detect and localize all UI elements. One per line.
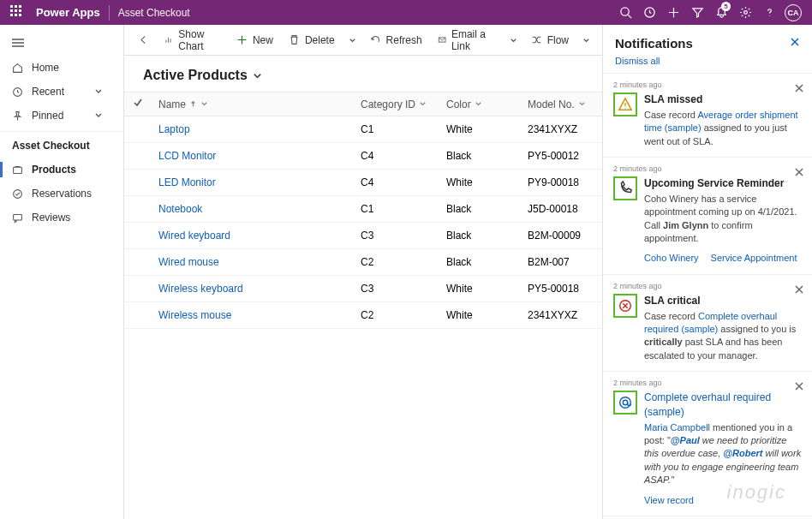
row-select[interactable] [124, 116, 152, 143]
notification-list: 2 minutes ago SLA missed Case record Ave… [603, 73, 812, 519]
col-model[interactable]: Model No. [521, 92, 602, 116]
notifications-panel: Notifications Dismiss all 2 minutes ago … [602, 25, 812, 519]
cell-name[interactable]: Wireless mouse [152, 302, 354, 329]
cell-name[interactable]: LCD Monitor [152, 143, 354, 170]
table-row[interactable]: Wireless keyboardC3WhitePY5-00018 [124, 276, 602, 302]
cell-color: Black [439, 249, 521, 276]
cell-name[interactable]: Wireless keyboard [152, 276, 354, 302]
collapse-nav-icon[interactable] [0, 30, 123, 56]
table-row[interactable]: Wireless mouseC2White2341XYXZ [124, 302, 602, 329]
app-launcher-icon[interactable] [10, 5, 26, 21]
col-name[interactable]: Name [152, 92, 354, 116]
chevron-down-icon [94, 111, 103, 120]
cell-name[interactable]: Wired mouse [152, 249, 354, 276]
table-row[interactable]: Wired mouseC2BlackB2M-007 [124, 249, 602, 276]
cell-color: White [439, 170, 521, 196]
svg-point-9 [620, 397, 631, 409]
col-color[interactable]: Color [439, 92, 521, 116]
nav-label: Recent [32, 86, 64, 98]
dismiss-notification-button[interactable] [795, 379, 803, 394]
select-all-column[interactable] [124, 92, 152, 116]
cell-category: C3 [354, 223, 439, 249]
person-mention: Jim Glynn [663, 220, 708, 230]
nav-reviews[interactable]: Reviews [0, 206, 123, 230]
notification-badge: 5 [721, 2, 731, 11]
assistant-icon[interactable] [637, 0, 661, 25]
row-select[interactable] [124, 302, 152, 329]
author-link[interactable]: Maria Campbell [644, 422, 710, 432]
delete-split-button[interactable] [343, 29, 361, 51]
cell-name[interactable]: Laptop [152, 116, 354, 143]
settings-icon[interactable] [733, 0, 757, 25]
chevron-down-icon [578, 100, 586, 108]
notif-title-link[interactable]: Complete overhaul required (sample) [644, 391, 802, 420]
cell-category: C4 [354, 143, 439, 170]
table-row[interactable]: LED MonitorC4WhitePY9-00018 [124, 170, 602, 196]
cell-color: White [439, 116, 521, 143]
close-panel-button[interactable] [790, 35, 800, 51]
new-button[interactable]: New [230, 31, 280, 50]
cell-name[interactable]: LED Monitor [152, 170, 354, 196]
cell-color: Black [439, 143, 521, 170]
notif-timestamp: 2 minutes ago [613, 164, 802, 173]
dismiss-notification-button[interactable] [795, 81, 803, 96]
dismiss-notification-button[interactable] [795, 282, 803, 297]
chevron-down-icon [475, 100, 482, 108]
view-selector[interactable]: Active Products [124, 56, 602, 92]
row-select[interactable] [124, 143, 152, 170]
flow-split-button[interactable] [577, 29, 595, 51]
notification-card: 2 minutes ago SLA missed Case record Ave… [603, 74, 812, 158]
dismiss-notification-button[interactable] [795, 164, 803, 180]
flow-button[interactable]: Flow [524, 31, 576, 50]
cell-model: J5D-00018 [521, 196, 602, 223]
view-record-link[interactable]: View record [644, 494, 694, 507]
app-name: Asset Checkout [118, 7, 190, 19]
chevron-down-icon [253, 71, 262, 81]
phone-icon [613, 176, 637, 200]
cell-color: Black [439, 223, 521, 249]
row-select[interactable] [124, 196, 152, 223]
row-select[interactable] [124, 276, 152, 302]
panel-title: Notifications [615, 36, 790, 51]
row-select[interactable] [124, 170, 152, 196]
notifications-icon[interactable]: 5 [709, 0, 733, 25]
cell-category: C2 [354, 249, 439, 276]
email-split-button[interactable] [505, 29, 522, 51]
delete-button[interactable]: Delete [282, 31, 342, 50]
avatar[interactable]: CA [781, 0, 805, 25]
col-category[interactable]: Category ID [354, 92, 439, 116]
back-button[interactable] [131, 31, 156, 49]
nav-pinned[interactable]: Pinned [0, 104, 123, 128]
grid: Name Category ID Color Model No. LaptopC… [124, 92, 602, 519]
show-chart-button[interactable]: Show Chart [158, 25, 228, 56]
table-row[interactable]: NotebookC1BlackJ5D-00018 [124, 196, 602, 223]
notif-action-link[interactable]: Coho Winery [644, 252, 699, 265]
help-icon[interactable] [757, 0, 781, 25]
nav-recent[interactable]: Recent [0, 80, 123, 104]
row-select[interactable] [124, 223, 152, 249]
cell-name[interactable]: Notebook [152, 196, 354, 223]
nav-home[interactable]: Home [0, 56, 123, 80]
nav-products[interactable]: Products [0, 158, 123, 182]
dismiss-all-link[interactable]: Dismiss all [603, 54, 812, 73]
svg-rect-6 [14, 214, 22, 220]
table-row[interactable]: LaptopC1White2341XYXZ [124, 116, 602, 143]
row-select[interactable] [124, 249, 152, 276]
cell-model: PY5-00018 [521, 276, 602, 302]
refresh-button[interactable]: Refresh [363, 31, 429, 50]
content-area: Show Chart New Delete Refresh Email a Li… [124, 25, 602, 519]
cell-model: B2M-007 [521, 249, 602, 276]
add-icon[interactable] [661, 0, 685, 25]
mention[interactable]: @Paul [671, 435, 700, 445]
cell-category: C3 [354, 276, 439, 302]
chevron-down-icon [419, 100, 427, 108]
cell-name[interactable]: Wired keyboard [152, 223, 354, 249]
mention[interactable]: @Robert [723, 448, 762, 458]
nav-reservations[interactable]: Reservations [0, 182, 123, 206]
search-icon[interactable] [613, 0, 637, 25]
table-row[interactable]: LCD MonitorC4BlackPY5-00012 [124, 143, 602, 170]
table-row[interactable]: Wired keyboardC3BlackB2M-00009 [124, 223, 602, 249]
email-link-button[interactable]: Email a Link [431, 25, 503, 56]
notif-action-link[interactable]: Service Appointment [711, 252, 797, 265]
filter-icon[interactable] [685, 0, 709, 25]
